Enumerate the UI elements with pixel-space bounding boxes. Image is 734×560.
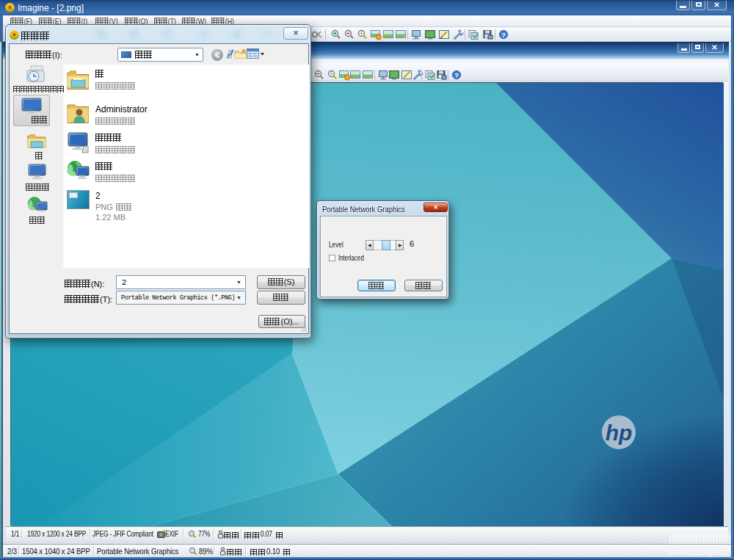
svg-text:?: ? xyxy=(454,72,459,79)
svg-text:?: ? xyxy=(501,32,506,39)
svg-text:hp: hp xyxy=(606,421,633,445)
